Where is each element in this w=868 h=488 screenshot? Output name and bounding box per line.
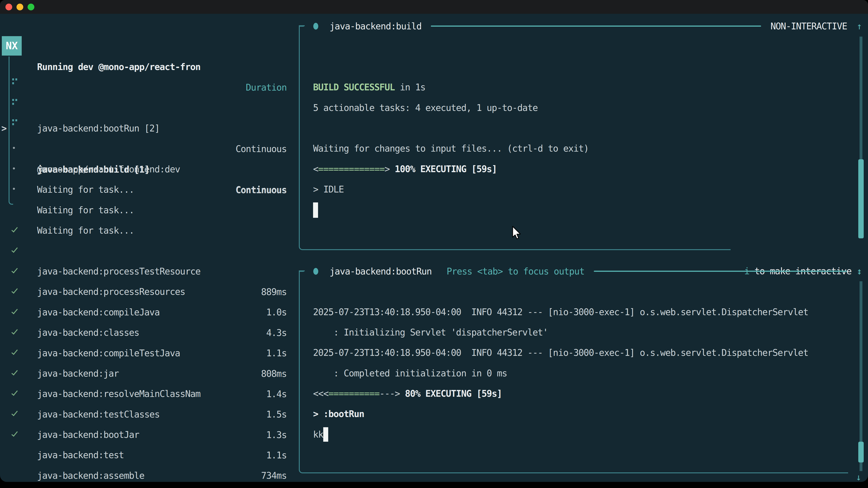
task-row[interactable]: java-backend:processResources 1.0s <box>0 240 295 261</box>
task-list-header: Running dev @mono-app/react-fron Duratio… <box>0 36 295 57</box>
progress-fill: ========== <box>329 388 379 399</box>
check-icon <box>11 307 18 314</box>
progress-rest: ---> <box>379 388 400 399</box>
tasks-summary-line: 5 actionable tasks: 4 executed, 1 up-to-… <box>313 98 538 118</box>
task-name: java-backend:test <box>37 445 124 465</box>
border-stub <box>299 270 305 271</box>
task-row[interactable]: @mono-app/react-frontend:dev Continuous <box>0 118 295 138</box>
task-row[interactable]: java-backend:resolveMainClassNam 1.5s <box>0 343 295 363</box>
check-icon <box>11 246 18 253</box>
pagination: ← 1/2 → <box>12 465 79 482</box>
check-icon <box>11 287 18 294</box>
task-row[interactable]: java-backend:assemble 774ms <box>0 424 295 445</box>
task-row[interactable]: java-backend:bootRun [2] Continuous <box>0 77 295 98</box>
gradle-progress-line: <=============> 100% EXECUTING [59s] <box>313 159 497 180</box>
mouse-pointer-icon <box>511 226 521 242</box>
task-name: Waiting for task... <box>37 200 134 221</box>
waiting-dot-icon <box>13 167 15 169</box>
terminal-window: NX Running dev @mono-app/react-fron Dura… <box>0 0 868 482</box>
check-icon <box>11 430 18 437</box>
mode-label: NON-INTERACTIVE <box>771 21 847 31</box>
border-stub <box>299 25 305 26</box>
progress-fill: ============= <box>318 164 385 174</box>
build-time-text: in 1s <box>395 82 426 92</box>
check-icon <box>11 226 18 232</box>
spinner-icon <box>12 99 14 101</box>
spinner-icon <box>12 119 14 121</box>
log-line: 2025-07-23T13:40:18.950-04:00 INFO 44312… <box>313 302 808 322</box>
task-row[interactable]: java-backend:bootJar 1.1s <box>0 383 295 404</box>
log-line: : Completed initialization in 0 ms <box>313 363 507 384</box>
prompt-line: > :bootRun <box>313 404 364 424</box>
scroll-down-icon[interactable]: ↓ <box>856 470 861 482</box>
build-panel-footer: i to make interactive ↓ <box>714 240 862 261</box>
task-row[interactable]: java-backend:classes 1.1s <box>0 281 295 302</box>
task-list-sidebar: NX Running dev @mono-app/react-fron Dura… <box>0 0 295 482</box>
check-icon <box>11 410 18 416</box>
typed-input: kk <box>313 429 323 440</box>
progress-open: < <box>313 164 318 174</box>
waiting-dot-icon <box>13 147 15 149</box>
build-successful-text: BUILD SUCCESSFUL <box>313 82 395 92</box>
terminal-cursor <box>313 202 318 218</box>
progress-close: > <box>384 164 390 174</box>
check-icon <box>11 267 18 273</box>
gradle-progress-line: <<<==========---> 80% EXECUTING [59s] <box>313 383 502 404</box>
check-icon <box>11 348 18 355</box>
progress-status: 100% EXECUTING [59s] <box>390 164 497 174</box>
log-line: : Initializing Servlet 'dispatcherServle… <box>313 322 548 343</box>
check-icon <box>11 328 18 335</box>
task-row[interactable]: java-backend:processTestResource 889ms <box>0 220 295 240</box>
scroll-up-icon[interactable]: ↑ <box>857 266 862 276</box>
task-row[interactable]: Waiting for task... <box>0 159 295 180</box>
build-result-line: BUILD SUCCESSFUL in 1s <box>313 77 426 98</box>
task-row[interactable]: Waiting for task... <box>0 138 295 159</box>
spinner-icon <box>12 78 14 80</box>
input-line[interactable]: kk <box>313 424 328 445</box>
task-row[interactable]: java-backend:compileTestJava 808ms <box>0 302 295 322</box>
task-row[interactable]: java-backend:test 734ms <box>0 404 295 424</box>
terminal-cursor <box>323 427 328 442</box>
task-row-selected[interactable]: > java-backend:build [1] Continuous <box>0 98 295 118</box>
task-row[interactable]: java-backend:compileJava 4.3s <box>0 261 295 282</box>
waiting-dot-icon <box>13 188 15 190</box>
task-row[interactable]: Waiting for task... <box>0 179 295 200</box>
task-row[interactable]: java-backend:jar 1.4s <box>0 322 295 343</box>
task-list-title: Running dev @mono-app/react-fron <box>37 57 200 77</box>
check-icon <box>11 389 18 396</box>
log-line: 2025-07-23T13:40:18.950-04:00 INFO 44312… <box>313 343 808 363</box>
task-duration: 1.1s <box>266 445 287 466</box>
waiting-line: Waiting for changes to input files... (c… <box>313 138 589 159</box>
build-panel-border <box>299 25 731 250</box>
scrollbar-thumb[interactable] <box>858 442 864 462</box>
scroll-up-icon[interactable]: ↑ <box>857 21 862 31</box>
scrollbar-thumb[interactable] <box>858 159 864 238</box>
scrollbar-track[interactable] <box>860 37 862 159</box>
check-icon <box>11 369 18 376</box>
idle-line: > IDLE <box>313 179 344 200</box>
help-bar: quit: q help: ? <box>174 465 287 482</box>
progress-status: 80% EXECUTING [59s] <box>400 388 502 399</box>
task-row[interactable]: java-backend:testClasses 1.3s <box>0 363 295 384</box>
progress-prefix: <<< <box>313 388 329 399</box>
